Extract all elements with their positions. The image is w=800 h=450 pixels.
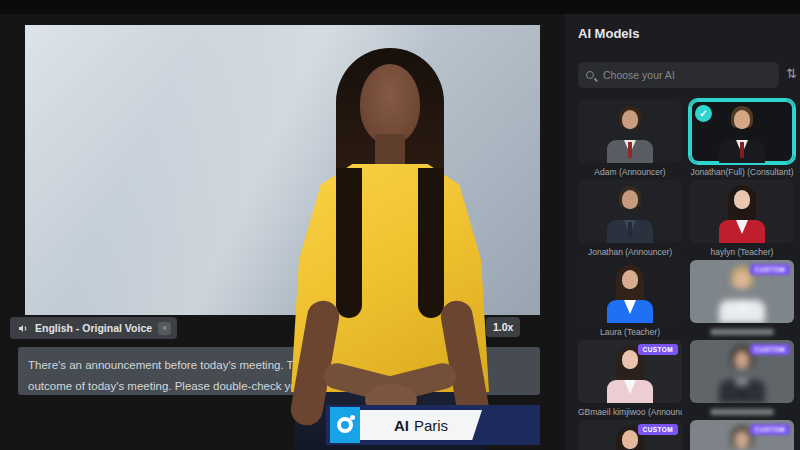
presenter-name-banner: AI Paris xyxy=(360,410,482,440)
model-card-jonathan-full[interactable]: ✓ Jonathan(Full) (Consultant) xyxy=(690,100,794,177)
model-label: Adam (Announcer) xyxy=(578,167,682,177)
brand-logo-icon xyxy=(330,407,360,443)
model-portrait xyxy=(578,100,682,163)
model-portrait xyxy=(578,260,682,323)
model-card-custom[interactable]: CUSTOM xyxy=(578,420,682,450)
custom-badge: CUSTOM xyxy=(750,424,790,435)
top-strip xyxy=(0,0,800,14)
voice-options-icon[interactable]: × xyxy=(158,322,171,335)
ai-presenter-avatar[interactable] xyxy=(283,48,497,450)
lower-third-banner[interactable]: AI Paris xyxy=(326,404,540,446)
voice-icon xyxy=(16,322,29,335)
custom-badge: CUSTOM xyxy=(750,264,790,275)
model-portrait xyxy=(690,180,794,243)
selected-check-icon: ✓ xyxy=(695,105,712,122)
app-window: There's an announcement before today's m… xyxy=(0,0,800,450)
search-input[interactable] xyxy=(601,68,771,82)
custom-badge: CUSTOM xyxy=(638,344,678,355)
search-icon xyxy=(586,71,594,79)
avatar-face xyxy=(360,64,420,144)
voice-selector-chip[interactable]: English - Original Voice × xyxy=(10,317,177,339)
banner-brand-text: AI xyxy=(394,417,409,434)
model-label: Laura (Teacher) xyxy=(578,327,682,337)
sidebar-title: AI Models xyxy=(578,26,639,41)
custom-badge: CUSTOM xyxy=(750,344,790,355)
model-card-jonathan[interactable]: Jonathan (Announcer) xyxy=(578,180,682,257)
avatar-hair-strand xyxy=(336,168,362,318)
model-search-box[interactable] xyxy=(578,62,779,88)
model-card-custom-blurred[interactable]: CUSTOM xyxy=(690,420,794,450)
model-label: Jonathan(Full) (Consultant) xyxy=(690,167,794,177)
voice-label: English - Original Voice xyxy=(35,322,152,334)
avatar-hair-strand xyxy=(418,168,444,318)
model-label: Jonathan (Announcer) xyxy=(578,247,682,257)
model-card-custom-blurred[interactable]: CUSTOM xyxy=(690,260,794,335)
model-label-blurred xyxy=(710,409,774,415)
model-card-laura[interactable]: Laura (Teacher) xyxy=(578,260,682,337)
model-card-adam[interactable]: Adam (Announcer) xyxy=(578,100,682,177)
model-label-blurred xyxy=(710,329,774,335)
model-card-gbmaeil-kimjiwoo[interactable]: CUSTOM GBmaeil kimjiwoo (Announcer) xyxy=(578,340,682,417)
model-card-custom-blurred[interactable]: CUSTOM xyxy=(690,340,794,415)
model-label: GBmaeil kimjiwoo (Announcer) xyxy=(578,407,682,417)
banner-name-text: Paris xyxy=(414,417,448,434)
ai-models-sidebar: AI Models ⇅ Adam (Announcer) ✓ Jona xyxy=(565,14,800,450)
model-label: haylyn (Teacher) xyxy=(690,247,794,257)
sort-icon[interactable]: ⇅ xyxy=(786,66,797,81)
custom-badge: CUSTOM xyxy=(638,424,678,435)
model-card-haylyn[interactable]: haylyn (Teacher) xyxy=(690,180,794,257)
model-portrait xyxy=(578,180,682,243)
